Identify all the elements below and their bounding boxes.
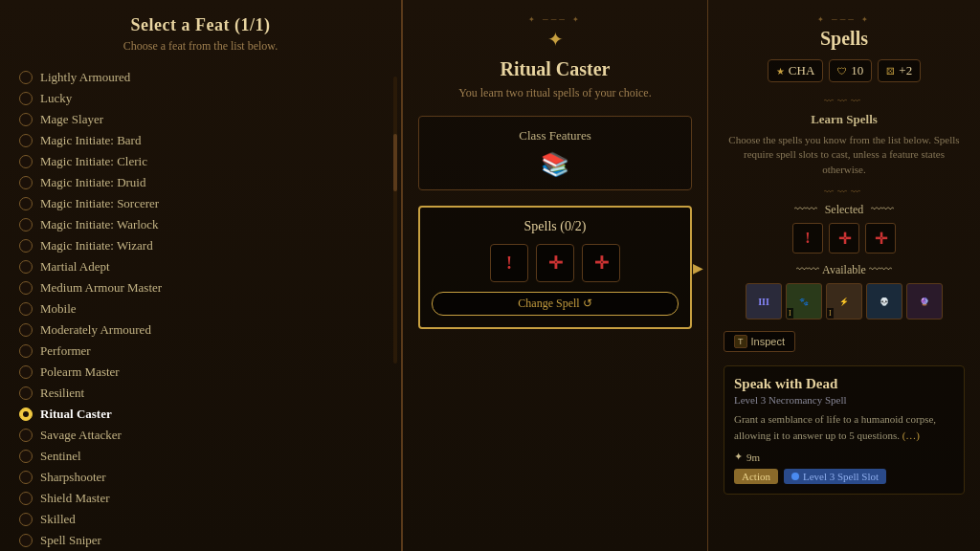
feat-icon: ✦	[418, 28, 692, 51]
spell-slot-3[interactable]: ✛	[582, 244, 620, 282]
feat-label: Lightly Armoured	[40, 70, 130, 85]
spell-icon-2: 🐾	[799, 298, 809, 306]
feat-label: Performer	[40, 343, 91, 359]
spell-icon-3: ⚡	[839, 298, 849, 306]
list-item[interactable]: Lucky	[19, 88, 382, 109]
top-decoration-right: ✦ ─── ✦	[724, 15, 965, 24]
feat-label: Medium Armour Master	[40, 280, 162, 296]
spells-panel-title: Spells	[724, 28, 965, 50]
list-item[interactable]: Magic Initiate: Sorcerer	[19, 193, 382, 214]
feat-radio	[19, 302, 33, 316]
feat-radio-selected	[19, 408, 33, 421]
key-hint-icon: T	[734, 335, 747, 348]
list-item[interactable]: Magic Initiate: Warlock	[19, 214, 382, 235]
class-features-label: Class Features	[431, 128, 679, 143]
list-item[interactable]: Spell Sniper	[19, 530, 382, 551]
dice-icon: ⚄	[886, 66, 895, 77]
available-spell-4[interactable]: 💀	[866, 283, 902, 320]
available-spell-2[interactable]: 🐾 I	[786, 283, 822, 320]
inspect-button[interactable]: T Inspect	[724, 331, 795, 352]
spells-container: Spells (0/2) ! ✛ ✛ Change Spell ↺ ▶	[418, 206, 692, 329]
feat-label: Magic Initiate: Wizard	[40, 238, 153, 253]
list-item[interactable]: Performer	[19, 341, 382, 362]
ritual-caster-panel: ✦ ─── ✦ ✦ Ritual Caster You learn two ri…	[402, 0, 708, 551]
list-item[interactable]: Sharpshooter	[19, 467, 382, 488]
arrow-right-icon: ▶	[693, 259, 703, 276]
feat-radio	[19, 239, 33, 253]
list-item[interactable]: Mobile	[19, 298, 382, 320]
selected-section-label: 〰〰 Selected 〰〰	[724, 203, 965, 217]
read-more[interactable]: (…)	[902, 430, 920, 441]
feat-radio	[19, 92, 33, 105]
spell-level-3: I	[827, 308, 834, 319]
selected-slot-2[interactable]: ✛	[829, 223, 859, 253]
available-spell-5[interactable]: 🔮	[906, 283, 943, 320]
tag-dot	[791, 473, 799, 480]
list-item[interactable]: Medium Armour Master	[19, 277, 382, 298]
divider-ornament: 〰〰〰	[724, 96, 965, 106]
list-item[interactable]: Magic Initiate: Wizard	[19, 235, 382, 256]
selected-slot-3[interactable]: ✛	[865, 223, 896, 253]
spell-level-2: I	[787, 308, 793, 319]
feat-label: Ritual Caster	[40, 407, 112, 422]
list-item[interactable]: Skilled	[19, 509, 382, 530]
feat-label: Magic Initiate: Sorcerer	[40, 196, 159, 211]
list-item[interactable]: Savage Attacker	[19, 425, 382, 446]
feat-label: Mage Slayer	[40, 112, 103, 127]
available-spell-3[interactable]: ⚡ I	[826, 283, 862, 320]
class-features-box: Class Features 📚	[418, 116, 692, 190]
list-item[interactable]: Lightly Armoured	[19, 67, 382, 88]
feat-radio	[19, 344, 33, 358]
feat-radio	[19, 71, 33, 84]
selected-spells-row: ! ✛ ✛	[724, 223, 965, 253]
feat-radio	[19, 176, 33, 189]
scroll-bar[interactable]	[393, 77, 397, 364]
ac-stat-badge: 🛡 10	[829, 59, 872, 82]
panel-subtitle: Choose a feat from the list below.	[19, 39, 382, 54]
feat-label: Martial Adept	[40, 259, 110, 275]
feat-title: Ritual Caster	[418, 58, 692, 80]
list-item[interactable]: Moderately Armoured	[19, 320, 382, 341]
bonus-stat-badge: ⚄ +2	[878, 59, 921, 82]
spell-description: Grant a semblance of life to a humanoid …	[734, 411, 954, 443]
feat-selection-panel: Select a Feat (1/1) Choose a feat from t…	[0, 0, 402, 551]
spell-slot-1[interactable]: !	[490, 244, 528, 282]
range-icon: ✦	[734, 451, 743, 463]
range-value: 9m	[746, 452, 760, 463]
spell-tags: Action Level 3 Spell Slot	[734, 469, 954, 484]
list-item[interactable]: Polearm Master	[19, 362, 382, 383]
spell-slot-2[interactable]: ✛	[536, 244, 574, 282]
panel-title: Select a Feat (1/1)	[19, 15, 382, 35]
spell-icon-5: 🔮	[920, 298, 929, 306]
selected-slot-1[interactable]: !	[792, 223, 823, 253]
scroll-thumb[interactable]	[393, 134, 397, 191]
learn-spells-header: Learn Spells	[724, 112, 965, 127]
list-item[interactable]: Resilient	[19, 383, 382, 404]
feat-radio	[19, 281, 33, 295]
feat-radio	[19, 450, 33, 463]
spells-box: Spells (0/2) ! ✛ ✛ Change Spell ↺	[418, 206, 692, 329]
available-text: Available	[822, 263, 866, 276]
feat-list: Lightly Armoured Lucky Mage Slayer Magic…	[19, 67, 382, 551]
feat-radio	[19, 513, 33, 526]
list-item[interactable]: Ritual Caster	[19, 404, 382, 425]
list-item[interactable]: Sentinel	[19, 446, 382, 467]
selected-label: Selected	[825, 203, 864, 217]
available-ornament-right: 〰〰	[869, 263, 892, 276]
available-spell-1[interactable]: III	[746, 283, 782, 320]
star-icon: ★	[776, 66, 785, 77]
list-item[interactable]: Magic Initiate: Bard	[19, 130, 382, 151]
spell-detail-box: Speak with Dead Level 3 Necromancy Spell…	[724, 365, 965, 495]
feat-label: Shield Master	[40, 491, 110, 506]
list-item[interactable]: Magic Initiate: Cleric	[19, 151, 382, 172]
feat-label: Magic Initiate: Warlock	[40, 217, 159, 232]
spell-slots-row: ! ✛ ✛	[432, 244, 679, 282]
list-item[interactable]: Shield Master	[19, 488, 382, 509]
feat-radio	[19, 492, 33, 505]
spells-panel: ✦ ─── ✦ Spells ★ CHA 🛡 10 ⚄ +2 〰〰〰 Learn…	[708, 0, 980, 551]
ac-value: 10	[851, 63, 863, 78]
list-item[interactable]: Martial Adept	[19, 256, 382, 277]
change-spell-button[interactable]: Change Spell ↺	[432, 292, 679, 316]
list-item[interactable]: Magic Initiate: Druid	[19, 172, 382, 193]
list-item[interactable]: Mage Slayer	[19, 109, 382, 130]
